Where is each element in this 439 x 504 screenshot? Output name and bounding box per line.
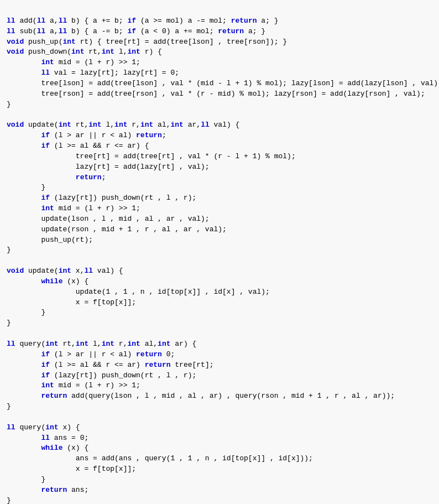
line-30: } [7, 319, 11, 327]
line-2: ll sub(ll a,ll b) { a -= b; if (a < 0) a… [7, 27, 265, 35]
line-41: ll ans = 0; [7, 434, 88, 442]
line-11: void update(int rt,int l,int r,int al,in… [7, 121, 239, 129]
line-19: int mid = (l + r) >> 1; [7, 204, 140, 212]
line-17: } [7, 183, 45, 191]
line-33: if (l > ar || r < al) return 0; [7, 350, 175, 358]
line-23: } [7, 246, 11, 254]
line-6: ll val = lazy[rt]; lazy[rt] = 0; [7, 69, 179, 77]
line-36: int mid = (l + r) >> 1; [7, 381, 140, 389]
line-13: if (l >= al && r <= ar) { [7, 142, 149, 150]
line-37: return add(query(lson , l , mid , al , a… [7, 392, 395, 400]
line-27: update(1 , 1 , n , id[top[x]] , id[x] , … [7, 288, 270, 296]
line-25: void update(int x,ll val) { [7, 267, 123, 275]
line-38: } [7, 402, 11, 411]
line-20: update(lson , l , mid , al , ar , val); [7, 215, 210, 223]
line-28: x = f[top[x]]; [7, 298, 136, 306]
line-45: } [7, 475, 45, 484]
line-5: int mid = (l + r) >> 1; [7, 58, 140, 66]
code-block: ll add(ll a,ll b) { a += b; if (a >= mol… [7, 6, 432, 504]
line-4: void push_down(int rt,int l,int r) { [7, 48, 162, 56]
code-container: ll add(ll a,ll b) { a += b; if (a >= mol… [0, 0, 439, 504]
line-3: void push_up(int rt) { tree[rt] = add(tr… [7, 38, 287, 46]
line-1: ll add(ll a,ll b) { a += b; if (a >= mol… [7, 17, 279, 25]
line-16: return; [7, 173, 106, 181]
line-7: tree[lson] = add(tree[lson] , val * (mid… [7, 79, 439, 87]
line-46: return ans; [7, 486, 88, 494]
line-29: } [7, 308, 45, 316]
line-32: ll query(int rt,int l,int r,int al,int a… [7, 340, 196, 348]
line-43: ans = add(ans , query(1 , 1 , n , id[top… [7, 454, 313, 463]
line-26: while (x) { [7, 277, 88, 285]
line-35: if (lazy[rt]) push_down(rt , l , r); [7, 371, 196, 380]
line-21: update(rson , mid + 1 , r , al , ar , va… [7, 225, 227, 233]
line-22: push_up(rt); [7, 236, 93, 244]
line-8: tree[rson] = add(tree[rson] , val * (r -… [7, 90, 425, 98]
line-42: while (x) { [7, 444, 88, 452]
line-34: if (l >= al && r <= ar) return tree[rt]; [7, 361, 214, 369]
line-40: ll query(int x) { [7, 423, 80, 432]
line-44: x = f[top[x]]; [7, 465, 136, 473]
line-9: } [7, 100, 11, 108]
line-12: if (l > ar || r < al) return; [7, 131, 166, 139]
line-18: if (lazy[rt]) push_down(rt , l , r); [7, 194, 196, 202]
line-47: } [7, 496, 11, 504]
line-14: tree[rt] = add(tree[rt] , val * (r - l +… [7, 152, 296, 160]
line-15: lazy[rt] = add(lazy[rt] , val); [7, 163, 210, 171]
